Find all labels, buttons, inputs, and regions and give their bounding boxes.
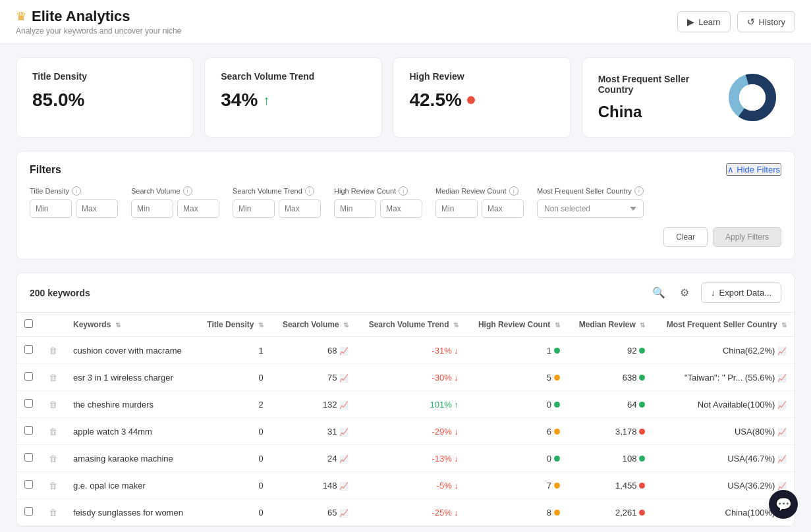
row-country-2: Not Available(100%) 📈: [653, 391, 795, 418]
row-checkbox-4[interactable]: [24, 453, 33, 462]
row-delete-cell: 🗑: [41, 391, 65, 418]
filter-high-review-count: High Review Count i: [334, 186, 422, 218]
table-row: 🗑 feisdy sunglasses for women 0 65 📈 -25…: [16, 499, 795, 526]
donut-chart: [726, 71, 779, 124]
search-volume-trend-max-input[interactable]: [279, 200, 321, 218]
row-checkbox-2[interactable]: [24, 399, 33, 408]
row-delete-cell: 🗑: [41, 364, 65, 391]
seller-country-select[interactable]: Non selected China USA Taiwan: [537, 200, 644, 218]
row-title-density-4: 0: [196, 445, 271, 472]
search-volume-min-input[interactable]: [131, 200, 173, 218]
row-delete-cell: 🗑: [41, 499, 65, 526]
high-review-min-input[interactable]: [334, 200, 376, 218]
row-title-density-1: 0: [196, 364, 271, 391]
clear-button[interactable]: Clear: [663, 227, 708, 247]
filter-title-density-label: Title Density: [30, 187, 69, 195]
row-title-density-6: 0: [196, 499, 271, 526]
download-icon: ↓: [711, 288, 715, 298]
select-all-checkbox[interactable]: [24, 319, 33, 328]
metrics-row: Title Density 85.0% Search Volume Trend …: [16, 57, 795, 138]
row-search-volume-3: 31 📈: [271, 418, 356, 445]
row-checkbox-5[interactable]: [24, 480, 33, 489]
row-high-review-2: 0: [466, 391, 568, 418]
row-checkbox-cell: [16, 472, 41, 499]
row-search-volume-trend-3: -29% ↓: [356, 418, 466, 445]
high-review-max-input[interactable]: [380, 200, 422, 218]
search-volume-trend-min-input[interactable]: [233, 200, 275, 218]
delete-row-5-icon[interactable]: 🗑: [49, 481, 57, 491]
header-keywords: Keywords ⇅: [65, 313, 196, 337]
row-keyword-0: cushion cover with macrame: [65, 337, 196, 364]
row-high-review-1: 5: [466, 364, 568, 391]
row-checkbox-cell: [16, 445, 41, 472]
row-checkbox-3[interactable]: [24, 426, 33, 435]
row-checkbox-1[interactable]: [24, 372, 33, 381]
row-country-0: China(62.2%) 📈: [653, 337, 795, 364]
info-icon-search-volume[interactable]: i: [183, 186, 192, 196]
title-density-min-input[interactable]: [30, 200, 72, 218]
filter-seller-country: Most Frequent Seller Country i Non selec…: [537, 186, 644, 218]
learn-button[interactable]: ▶ Learn: [677, 11, 730, 32]
row-keyword-1: esr 3 in 1 wireless charger: [65, 364, 196, 391]
settings-button[interactable]: ⚙: [677, 284, 692, 302]
info-icon-search-volume-trend[interactable]: i: [305, 186, 314, 196]
filter-median-review-count: Median Review Count i: [435, 186, 524, 218]
header-title-density: Title Density ⇅: [196, 313, 271, 337]
apply-filters-button[interactable]: Apply Filters: [713, 227, 781, 247]
top-bar-actions: ▶ Learn ↺ History: [677, 11, 795, 32]
delete-row-3-icon[interactable]: 🗑: [49, 427, 57, 437]
row-delete-cell: 🗑: [41, 337, 65, 364]
row-high-review-6: 8: [466, 499, 568, 526]
search-button[interactable]: 🔍: [650, 284, 668, 302]
row-search-volume-6: 65 📈: [271, 499, 356, 526]
delete-row-4-icon[interactable]: 🗑: [49, 454, 57, 464]
median-review-max-input[interactable]: [482, 200, 524, 218]
main-content: Title Density 85.0% Search Volume Trend …: [0, 44, 811, 532]
header-delete: [41, 313, 65, 337]
row-country-4: USA(46.7%) 📈: [653, 445, 795, 472]
metric-search-volume-value: 34% ↑: [221, 90, 366, 111]
row-checkbox-0[interactable]: [24, 345, 33, 354]
filter-search-volume: Search Volume i: [131, 186, 219, 218]
delete-row-2-icon[interactable]: 🗑: [49, 400, 57, 410]
metric-high-review-label: High Review: [409, 71, 554, 82]
row-checkbox-6[interactable]: [24, 507, 33, 516]
info-icon-title-density[interactable]: i: [72, 186, 81, 196]
header-select-all: [16, 313, 41, 337]
delete-row-1-icon[interactable]: 🗑: [49, 373, 57, 383]
row-title-density-0: 1: [196, 337, 271, 364]
hide-filters-label: Hide Filters: [737, 165, 780, 174]
info-icon-seller-country[interactable]: i: [634, 186, 644, 196]
chat-bubble-button[interactable]: 💬: [769, 490, 798, 519]
median-review-min-input[interactable]: [435, 200, 478, 218]
filters-card: Filters ∧ Hide Filters Title Density i S…: [16, 151, 795, 259]
metric-seller-country-value: China: [598, 103, 726, 121]
row-keyword-6: feisdy sunglasses for women: [65, 499, 196, 526]
trend-up-icon: ↑: [263, 93, 269, 108]
filter-search-volume-trend-label: Search Volume Trend: [233, 187, 302, 195]
row-checkbox-cell: [16, 418, 41, 445]
delete-row-0-icon[interactable]: 🗑: [49, 346, 57, 356]
row-search-volume-trend-6: -25% ↓: [356, 499, 466, 526]
metric-seller-country-label: Most Frequent Seller Country: [598, 74, 726, 95]
row-high-review-3: 6: [466, 418, 568, 445]
row-checkbox-cell: [16, 499, 41, 526]
delete-row-6-icon[interactable]: 🗑: [49, 508, 57, 518]
app-branding: ♛ Elite Analytics Analyze your keywords …: [16, 8, 181, 36]
info-icon-high-review-count[interactable]: i: [399, 186, 408, 196]
table-row: 🗑 esr 3 in 1 wireless charger 0 75 📈 -30…: [16, 364, 795, 391]
export-button[interactable]: ↓ Export Data...: [701, 282, 781, 303]
info-icon-median-review-count[interactable]: i: [509, 186, 518, 196]
chat-icon: 💬: [775, 496, 792, 512]
search-volume-max-input[interactable]: [177, 200, 219, 218]
row-keyword-5: g.e. opal ice maker: [65, 472, 196, 499]
title-density-max-input[interactable]: [76, 200, 118, 218]
table-header: 200 keywords 🔍 ⚙ ↓ Export Data...: [16, 273, 795, 313]
row-median-review-3: 3,178: [568, 418, 654, 445]
header-median-review: Median Review ⇅: [568, 313, 654, 337]
keywords-count: 200 keywords: [30, 288, 90, 298]
hide-filters-button[interactable]: ∧ Hide Filters: [726, 163, 781, 176]
history-button[interactable]: ↺ History: [737, 11, 795, 32]
row-checkbox-cell: [16, 337, 41, 364]
header-search-volume-trend: Search Volume Trend ⇅: [356, 313, 466, 337]
